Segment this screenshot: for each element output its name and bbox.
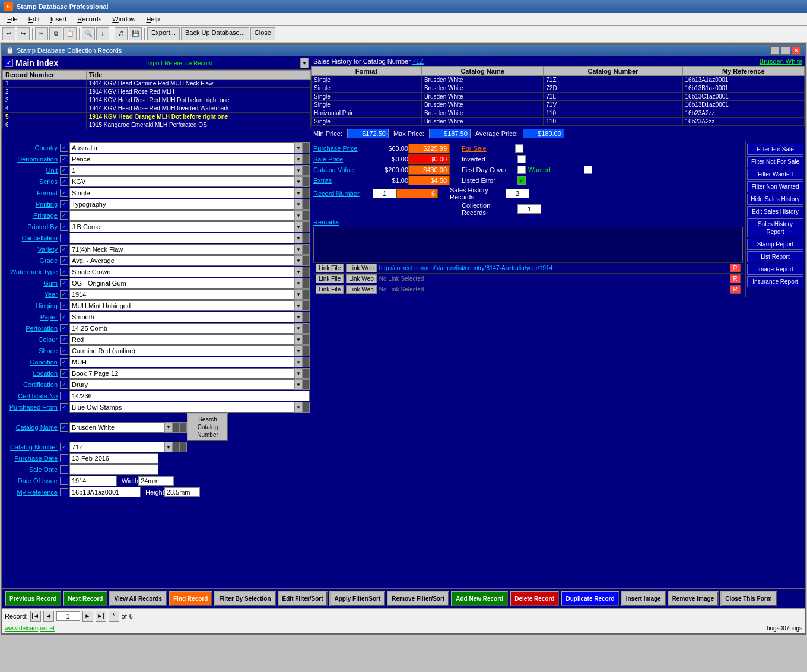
field-label-condition[interactable]: Condition: [4, 359, 60, 366]
close-db-btn[interactable]: Close: [250, 27, 275, 40]
field-input-year[interactable]: [69, 289, 294, 300]
field-label-purchase-date[interactable]: Purchase Date: [4, 455, 60, 462]
field-label-year[interactable]: Year: [4, 291, 60, 298]
field-dd-purchased-from[interactable]: ▼: [294, 402, 303, 413]
field-input-date-of-issue[interactable]: [69, 476, 117, 486]
apply-filter-sort-btn[interactable]: Apply Filter/Sort: [329, 591, 385, 606]
wanted-checkbox[interactable]: [584, 166, 592, 174]
field-dd-gum[interactable]: ▼: [294, 278, 303, 289]
menu-file[interactable]: File: [2, 14, 23, 24]
for-sale-label[interactable]: For Sale: [462, 145, 515, 152]
field-input-condition[interactable]: [69, 357, 294, 367]
link-file-btn-1[interactable]: Link File: [316, 264, 344, 272]
field-dd-catalog-name[interactable]: ▼: [164, 422, 173, 433]
field-label-gum[interactable]: Gum: [4, 280, 60, 287]
field-input-height[interactable]: [164, 487, 200, 497]
field-check-perforation[interactable]: ✓: [60, 324, 68, 332]
wanted-label[interactable]: Wanted: [528, 166, 582, 173]
field-sb-hinging[interactable]: [303, 300, 310, 311]
detail-label-record-number[interactable]: Record Number: [313, 190, 373, 197]
field-check-colour[interactable]: ✓: [60, 335, 68, 344]
field-dd-year[interactable]: ▼: [294, 289, 303, 300]
field-sb-printed-by[interactable]: [303, 221, 310, 232]
save-btn[interactable]: 💾: [129, 27, 142, 40]
field-label-unit[interactable]: Unit: [4, 167, 60, 174]
field-input-denomination[interactable]: [69, 154, 294, 164]
field-label-format[interactable]: Format: [4, 189, 60, 196]
listed-error-checkbox[interactable]: ✓: [517, 176, 526, 185]
field-dd-unit[interactable]: ▼: [294, 165, 303, 176]
field-check-hinging[interactable]: ✓: [60, 302, 68, 310]
field-sb-paper[interactable]: [303, 312, 310, 322]
field-sb-printage[interactable]: [303, 210, 310, 221]
field-dd-certification[interactable]: ▼: [294, 379, 303, 390]
collection-records-input[interactable]: [517, 204, 541, 214]
field-sb-printing[interactable]: [303, 199, 310, 210]
field-label-cancellation[interactable]: Cancellation: [4, 234, 60, 242]
field-input-perforation[interactable]: [69, 323, 294, 334]
field-sb-series[interactable]: [303, 176, 310, 187]
col-format[interactable]: Format: [312, 67, 422, 76]
field-input-catalog-number[interactable]: [69, 442, 164, 452]
detail-label-purchase-price[interactable]: Purchase Price: [313, 145, 373, 152]
field-label-my-reference[interactable]: My Reference: [4, 489, 60, 496]
field-label-catalog-name[interactable]: Catalog Name: [4, 424, 60, 431]
filter-by-selection-btn[interactable]: Filter By Selection: [214, 591, 275, 606]
sales-history-records-input[interactable]: [506, 189, 529, 198]
field-label-variety[interactable]: Variety: [4, 246, 60, 253]
field-input-sale-date[interactable]: [69, 464, 158, 475]
field-dd-colour[interactable]: ▼: [294, 334, 303, 345]
export-btn[interactable]: Export...: [147, 27, 180, 40]
field-input-country[interactable]: [69, 142, 294, 153]
table-row[interactable]: SingleBrusden White71L16b13C1az0001: [312, 93, 805, 101]
table-row[interactable]: SingleBrusden White71V16b13D1az0001: [312, 101, 805, 109]
field-input-variety[interactable]: [69, 244, 294, 255]
sort-btn[interactable]: ↕: [96, 27, 109, 40]
field-dd-printed-by[interactable]: ▼: [294, 221, 303, 232]
nav-new-btn[interactable]: *: [109, 611, 119, 622]
field-sb-colour[interactable]: [303, 334, 310, 345]
field-check-grade[interactable]: ✓: [60, 256, 68, 265]
field-check-paper[interactable]: ✓: [60, 313, 68, 321]
field-input-printing[interactable]: [69, 199, 294, 210]
maximize-btn[interactable]: □: [781, 46, 790, 55]
cut-btn[interactable]: ✂: [35, 27, 48, 40]
avg-price-input[interactable]: [523, 129, 564, 138]
field-check-condition[interactable]: ✓: [60, 358, 68, 366]
table-row[interactable]: 51914 KGV Head Orange MLH Dot before rig…: [3, 113, 311, 121]
max-price-input[interactable]: [429, 129, 471, 138]
remarks-label[interactable]: Remarks: [313, 218, 339, 226]
field-input-format[interactable]: [69, 188, 294, 198]
detail-label-catalog-value[interactable]: Catalog Value: [313, 166, 373, 173]
first-day-cover-checkbox[interactable]: [517, 166, 526, 174]
close-form-btn[interactable]: Close This Form: [720, 591, 776, 606]
nav-current-input[interactable]: [56, 611, 80, 621]
field-sb-cancellation[interactable]: [303, 233, 310, 243]
add-new-record-btn[interactable]: Add New Record: [451, 591, 508, 606]
table-row[interactable]: SingleBrusden White72D16b13B1az0001: [312, 84, 805, 93]
field-dd-location[interactable]: ▼: [294, 368, 303, 379]
edit-filter-sort-btn[interactable]: Edit Filter/Sort: [278, 591, 328, 606]
field-sb-catalog-number-1[interactable]: [173, 442, 180, 452]
field-sb-denomination[interactable]: [303, 154, 310, 164]
field-input-catalog-name[interactable]: [69, 422, 164, 433]
field-sb-country[interactable]: [303, 142, 310, 153]
filter-not-for-sale-btn[interactable]: Filter Not For Sale: [747, 156, 803, 167]
nav-next-btn[interactable]: ►: [82, 611, 93, 622]
table-row[interactable]: Horizontal PairBrusden White11016b23A2zz: [312, 109, 805, 118]
field-dd-shade[interactable]: ▼: [294, 345, 303, 356]
field-label-series[interactable]: Series: [4, 178, 60, 185]
field-check-watermark-type[interactable]: ✓: [60, 268, 68, 276]
link-web-btn-3[interactable]: Link Web: [346, 285, 377, 294]
field-label-perforation[interactable]: Perforation: [4, 325, 60, 332]
field-input-purchased-from[interactable]: [69, 402, 294, 413]
hide-sales-history-btn[interactable]: Hide Sales History: [747, 194, 803, 205]
field-check-purchased-from[interactable]: ✓: [60, 403, 68, 411]
field-dd-cancellation[interactable]: ▼: [294, 233, 303, 243]
field-input-series[interactable]: [69, 176, 294, 187]
field-dd-series[interactable]: ▼: [294, 176, 303, 187]
field-check-printing[interactable]: ✓: [60, 200, 68, 208]
detail-label-sale-price[interactable]: Sale Price: [313, 156, 373, 163]
for-sale-checkbox[interactable]: [515, 144, 523, 153]
field-input-certification[interactable]: [69, 379, 294, 390]
